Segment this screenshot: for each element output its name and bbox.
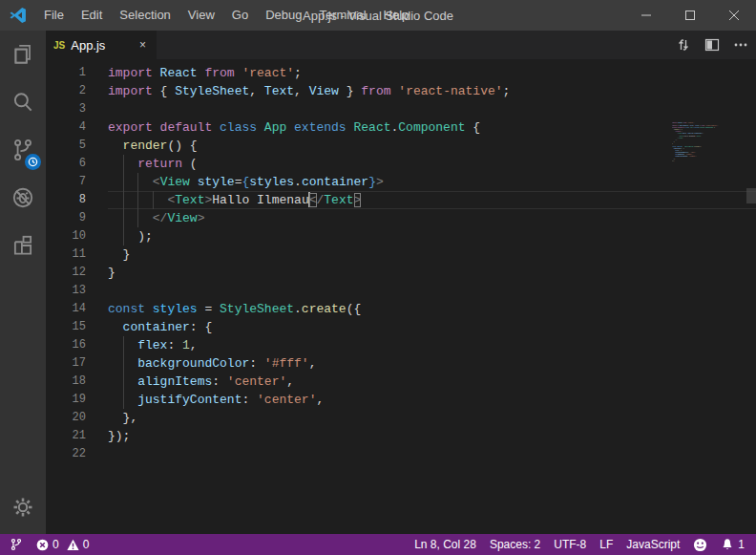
indentation-setting[interactable]: Spaces: 2 (483, 534, 547, 555)
activity-bar (0, 31, 46, 534)
code-row[interactable]: 10 ); (46, 227, 756, 245)
line-number: 11 (46, 245, 86, 264)
tab-label: App.js (71, 38, 136, 53)
more-actions-icon[interactable] (733, 37, 748, 53)
code-row[interactable]: 20 }, (46, 409, 756, 427)
code-row[interactable]: 22 (46, 445, 756, 463)
problems-indicator[interactable]: 0 0 (30, 534, 95, 555)
indent-guide (123, 191, 124, 209)
synchronize-changes-icon[interactable] (676, 37, 691, 53)
settings-gear-icon[interactable] (0, 488, 46, 526)
line-number: 4 (46, 118, 86, 137)
line-number: 19 (46, 391, 86, 409)
line-number: 20 (46, 409, 86, 427)
language-mode[interactable]: JavaScript (620, 534, 686, 555)
code-row[interactable]: 18 alignItems: 'center', (46, 373, 756, 391)
line-number: 22 (46, 445, 86, 463)
window-title: App.js - Visual Studio Code (303, 9, 453, 23)
indent-guide (123, 336, 124, 354)
line-number: 5 (46, 137, 86, 155)
indent-guide (123, 391, 124, 409)
editor-actions (676, 31, 748, 59)
code-row[interactable]: 8 <Text>Hallo Ilmenau</Text> (46, 191, 756, 209)
line-number: 15 (46, 318, 86, 336)
code-row[interactable]: 21}); (46, 427, 756, 445)
search-icon[interactable] (0, 78, 46, 126)
code-row[interactable]: 1import React from 'react'; (46, 64, 756, 82)
code-row[interactable]: 7 <View style={styles.container}> (46, 173, 756, 191)
line-number: 1 (46, 64, 86, 82)
line-number: 16 (46, 336, 86, 354)
tab-appjs[interactable]: JS App.js × (46, 31, 157, 59)
line-number: 14 (46, 300, 86, 318)
explorer-icon[interactable] (0, 31, 46, 78)
line-number: 21 (46, 427, 86, 445)
scrollbar-thumb[interactable] (746, 188, 756, 203)
indent-guide (153, 191, 154, 209)
menu-selection[interactable]: Selection (111, 0, 178, 31)
code-row[interactable]: 12} (46, 264, 756, 282)
javascript-file-icon: JS (53, 40, 65, 51)
code-row[interactable]: 9 </View> (46, 209, 756, 227)
line-number: 18 (46, 373, 86, 391)
code-row[interactable]: 14const styles = StyleSheet.create({ (46, 300, 756, 318)
code-row[interactable]: 5 render() { (46, 137, 756, 155)
indent-guide (137, 191, 138, 209)
indent-guide (123, 173, 124, 191)
code-row[interactable]: 11 } (46, 245, 756, 264)
status-right: Ln 8, Col 28 Spaces: 2 UTF-8 LF JavaScri… (408, 534, 756, 555)
line-number: 17 (46, 354, 86, 373)
code-row[interactable]: 17 backgroundColor: '#fff', (46, 354, 756, 373)
menu-file[interactable]: File (35, 0, 73, 31)
debug-icon[interactable] (0, 174, 46, 222)
notifications-bell[interactable]: 1 (714, 534, 756, 555)
code-row[interactable]: 3 (46, 100, 756, 118)
menu-edit[interactable]: Edit (73, 0, 111, 31)
error-count: 0 (52, 538, 59, 551)
line-number: 8 (46, 191, 86, 209)
menu-go[interactable]: Go (223, 0, 257, 31)
notification-count: 1 (738, 538, 745, 551)
code-editor[interactable]: 1import React from 'react';2import { Sty… (46, 59, 756, 534)
eol-setting[interactable]: LF (593, 534, 620, 555)
git-branch-icon[interactable] (0, 534, 30, 555)
tab-close-icon[interactable]: × (136, 36, 149, 53)
close-button[interactable] (712, 0, 756, 31)
cursor-position[interactable]: Ln 8, Col 28 (408, 534, 483, 555)
code-row[interactable]: 4export default class App extends React.… (46, 118, 756, 137)
menu-view[interactable]: View (179, 0, 223, 31)
error-icon (36, 539, 49, 551)
line-number: 7 (46, 173, 86, 191)
source-control-icon[interactable] (0, 126, 46, 174)
sync-clock-badge (25, 154, 41, 170)
code-row[interactable]: 16 flex: 1, (46, 336, 756, 354)
indent-guide (123, 209, 124, 227)
tab-bar: JS App.js × (46, 31, 756, 59)
line-number: 6 (46, 155, 86, 173)
code-row[interactable]: 6 return ( (46, 155, 756, 173)
line-number: 12 (46, 264, 86, 282)
encoding-setting[interactable]: UTF-8 (547, 534, 593, 555)
maximize-button[interactable] (668, 0, 712, 31)
line-number: 10 (46, 227, 86, 245)
code-lines[interactable]: 1import React from 'react';2import { Sty… (46, 64, 756, 463)
indent-guide (137, 173, 138, 191)
vscode-window: File Edit Selection View Go Debug Termin… (0, 0, 756, 555)
code-row[interactable]: 19 justifyContent: 'center', (46, 391, 756, 409)
line-number: 2 (46, 82, 86, 100)
warning-count: 0 (83, 538, 90, 551)
code-row[interactable]: 2import { StyleSheet, Text, View } from … (46, 82, 756, 100)
extensions-icon[interactable] (0, 222, 46, 269)
line-number: 9 (46, 209, 86, 227)
code-row[interactable]: 13 (46, 282, 756, 300)
indent-guide (137, 209, 138, 227)
split-editor-icon[interactable] (704, 37, 720, 53)
feedback-smiley-icon[interactable] (686, 534, 714, 555)
vscode-logo-icon (9, 6, 28, 25)
indent-guide (123, 354, 124, 373)
status-left: 0 0 (0, 534, 95, 555)
code-row[interactable]: 15 container: { (46, 318, 756, 336)
minimize-button[interactable] (624, 0, 668, 31)
bell-icon (721, 538, 734, 551)
window-controls (624, 0, 756, 31)
